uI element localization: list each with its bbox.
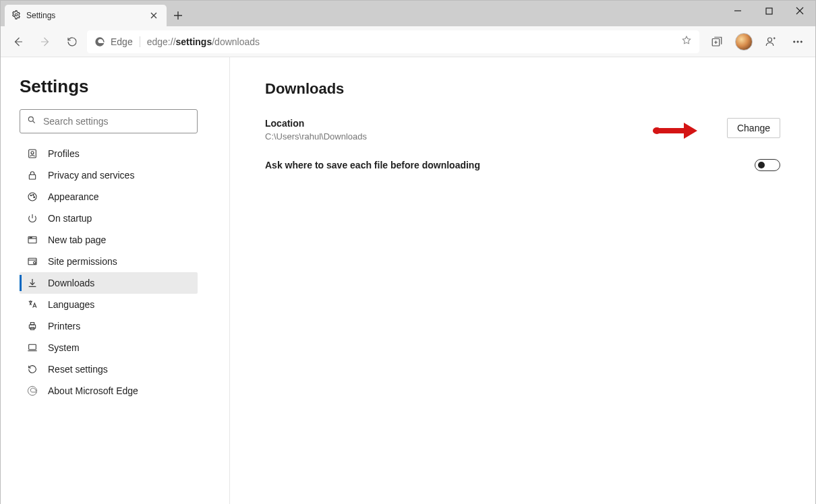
nav-icon (26, 191, 38, 203)
nav-icon (26, 169, 38, 181)
svg-point-14 (34, 197, 35, 198)
sidebar-item-site-permissions[interactable]: Site permissions (20, 251, 198, 272)
svg-point-17 (31, 237, 32, 238)
sidebar-item-label: Privacy and services (48, 170, 134, 181)
nav-back-button[interactable] (6, 30, 30, 54)
svg-point-9 (31, 152, 34, 154)
settings-nav: ProfilesPrivacy and servicesAppearanceOn… (20, 143, 198, 402)
nav-icon (26, 212, 38, 224)
settings-sidebar: Settings ProfilesPrivacy and servicesApp… (1, 57, 230, 504)
sidebar-item-label: New tab page (48, 234, 106, 245)
favorite-star-button[interactable] (681, 35, 692, 48)
sidebar-item-profiles[interactable]: Profiles (20, 143, 198, 164)
sidebar-item-system[interactable]: System (20, 337, 198, 358)
search-icon (27, 115, 36, 127)
url-text: edge://settings/downloads (147, 36, 260, 47)
nav-icon (26, 298, 38, 311)
sidebar-item-privacy-and-services[interactable]: Privacy and services (20, 164, 198, 186)
more-menu-button[interactable] (786, 30, 810, 54)
sidebar-item-about-microsoft-edge[interactable]: About Microsoft Edge (20, 380, 198, 402)
nav-refresh-button[interactable] (60, 30, 84, 54)
svg-point-7 (28, 117, 33, 121)
browser-toolbar: Edge edge://settings/downloads (1, 26, 815, 57)
sidebar-item-label: On startup (48, 213, 92, 224)
svg-point-5 (797, 40, 798, 42)
profile-avatar[interactable] (732, 30, 756, 54)
sidebar-item-downloads[interactable]: Downloads (20, 272, 198, 294)
svg-point-0 (15, 13, 18, 16)
sidebar-item-on-startup[interactable]: On startup (20, 208, 198, 229)
svg-point-13 (33, 195, 34, 196)
sidebar-item-new-tab-page[interactable]: New tab page (20, 229, 198, 251)
new-tab-button[interactable] (167, 5, 190, 26)
svg-rect-10 (29, 175, 35, 179)
location-label: Location (265, 118, 367, 129)
sidebar-item-label: Site permissions (48, 256, 117, 267)
svg-point-19 (34, 261, 36, 263)
search-settings[interactable] (20, 109, 198, 133)
sidebar-item-label: System (48, 342, 80, 353)
sidebar-item-label: Languages (48, 299, 94, 310)
svg-rect-1 (766, 8, 772, 14)
window-minimize-button[interactable] (722, 1, 753, 21)
nav-icon (26, 148, 38, 160)
nav-icon (26, 320, 38, 332)
sidebar-item-label: Printers (48, 321, 80, 332)
close-tab-button[interactable] (148, 9, 160, 22)
svg-rect-8 (29, 150, 36, 158)
nav-icon (26, 363, 38, 375)
svg-rect-20 (29, 325, 35, 328)
nav-icon (26, 234, 38, 246)
change-location-button[interactable]: Change (727, 118, 780, 138)
svg-point-11 (28, 193, 36, 201)
edge-icon (94, 36, 105, 47)
address-bar[interactable]: Edge edge://settings/downloads (87, 30, 699, 53)
brand-label: Edge (111, 36, 133, 47)
sidebar-item-appearance[interactable]: Appearance (20, 186, 198, 208)
window-maximize-button[interactable] (753, 1, 784, 21)
nav-icon (26, 385, 38, 397)
sidebar-item-label: Appearance (48, 191, 99, 202)
location-row: Location C:\Users\rahul\Downloads Change (265, 118, 780, 141)
nav-forward-button[interactable] (33, 30, 57, 54)
ask-label: Ask where to save each file before downl… (265, 160, 480, 170)
sidebar-item-label: About Microsoft Edge (48, 385, 138, 396)
svg-rect-23 (29, 344, 36, 349)
window-close-button[interactable] (784, 1, 815, 21)
sidebar-item-languages[interactable]: Languages (20, 294, 198, 315)
window-controls (722, 1, 815, 26)
svg-point-3 (768, 38, 772, 42)
svg-point-16 (30, 237, 30, 238)
tab-title: Settings (26, 11, 55, 20)
gear-icon (11, 10, 21, 22)
tab-strip: Settings (1, 1, 815, 26)
sidebar-item-printers[interactable]: Printers (20, 315, 198, 337)
nav-icon (26, 255, 38, 267)
nav-icon (26, 342, 38, 354)
page-title: Downloads (265, 80, 780, 98)
settings-content: Downloads Location C:\Users\rahul\Downlo… (230, 57, 815, 504)
svg-point-4 (794, 40, 795, 42)
svg-point-12 (30, 195, 32, 196)
nav-icon (26, 277, 38, 289)
sidebar-item-reset-settings[interactable]: Reset settings (20, 358, 198, 380)
feedback-button[interactable] (759, 30, 783, 54)
site-identity: Edge (94, 36, 140, 47)
sidebar-item-label: Downloads (48, 278, 94, 288)
svg-rect-21 (30, 323, 34, 325)
location-value: C:\Users\rahul\Downloads (265, 131, 367, 141)
svg-point-6 (800, 40, 802, 42)
ask-toggle[interactable] (755, 159, 780, 171)
sidebar-title: Settings (20, 76, 213, 97)
tab-settings[interactable]: Settings (5, 5, 167, 26)
ask-row: Ask where to save each file before downl… (265, 159, 780, 171)
search-input[interactable] (43, 116, 190, 127)
collections-button[interactable] (705, 30, 729, 54)
sidebar-item-label: Reset settings (48, 364, 108, 375)
sidebar-item-label: Profiles (48, 148, 80, 159)
